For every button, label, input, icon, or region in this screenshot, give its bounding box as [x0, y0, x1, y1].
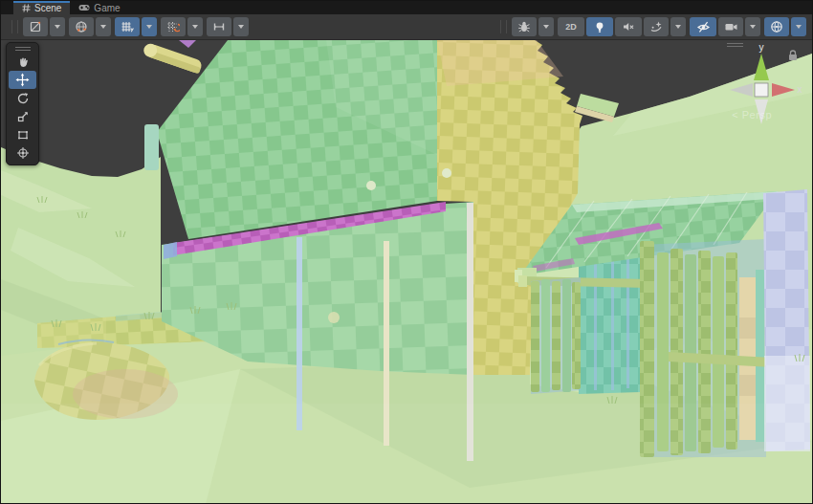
chevron-down-icon [100, 25, 106, 29]
unity-scene-view-window: Scene Game [0, 0, 813, 504]
rect-tool-button[interactable] [9, 125, 36, 143]
wall-knot [442, 168, 451, 178]
camera-settings-dropdown[interactable] [745, 17, 760, 36]
chevron-down-icon [55, 25, 60, 29]
chevron-down-icon [675, 25, 681, 29]
grid-visibility-button[interactable] [115, 17, 140, 36]
scene-visibility-button[interactable] [690, 17, 716, 36]
transform-icon [16, 146, 30, 160]
gizmo-y-axis-cone[interactable] [754, 54, 769, 80]
tab-scene-label: Scene [34, 3, 61, 13]
gizmo-axis-cone[interactable] [730, 83, 753, 97]
scene-lighting-button[interactable] [586, 17, 613, 36]
scene-audio-button[interactable] [615, 17, 642, 36]
scene-viewport[interactable]: y x < Persp [1, 40, 812, 504]
rect-icon [16, 128, 30, 142]
grid-hash-icon [22, 4, 31, 12]
lightbulb-icon [593, 20, 606, 33]
move-snap-dropdown[interactable] [233, 17, 249, 36]
camera-settings-button[interactable] [718, 17, 743, 36]
padlock-icon[interactable] [788, 50, 798, 61]
rendering-debugger-dropdown[interactable] [538, 17, 554, 36]
scale-tool-button[interactable] [9, 107, 36, 125]
grid-visibility-dropdown[interactable] [142, 17, 157, 36]
effects-button[interactable] [644, 17, 669, 36]
chevron-down-icon [192, 25, 198, 29]
chevron-down-icon [796, 25, 802, 29]
toolbar-right-group: 2D [512, 17, 806, 36]
lighting-visualization-button[interactable] [69, 17, 94, 36]
effects-icon [649, 20, 663, 33]
snap-move-icon [212, 20, 226, 33]
gizmo-y-label: y [759, 44, 764, 53]
scene-canvas[interactable] [1, 40, 812, 504]
gizmo-sphere-icon [770, 20, 783, 33]
chevron-down-icon [543, 25, 549, 29]
eye-hidden-icon [696, 20, 711, 33]
sphere-gi-icon [75, 20, 88, 33]
draw-mode-dropdown[interactable] [50, 17, 65, 36]
gizmo-x-label: x [798, 84, 802, 95]
draw-mode-button[interactable] [23, 17, 48, 36]
toolbar-separator [500, 20, 507, 33]
gizmo-x-axis-cone[interactable] [772, 83, 795, 97]
fence-left[interactable] [531, 277, 581, 394]
grid-snap-icon [166, 20, 180, 33]
wall-knot [328, 312, 340, 323]
projection-mode-label[interactable]: < Persp [732, 109, 772, 121]
tab-scene[interactable]: Scene [13, 1, 70, 14]
scene-toolbar: 2D [1, 14, 812, 40]
audio-muted-icon [622, 20, 635, 33]
gizmos-button[interactable] [764, 17, 789, 36]
snap-increment-button[interactable] [161, 17, 186, 36]
tab-game[interactable]: Game [70, 1, 128, 14]
snap-increment-dropdown[interactable] [187, 17, 203, 36]
move-tool-button[interactable] [9, 71, 36, 89]
gamepad-icon [78, 4, 90, 11]
rotate-tool-button[interactable] [9, 89, 36, 107]
camera-icon [724, 20, 738, 33]
hand-icon [16, 55, 30, 69]
toolbar-separator [11, 20, 18, 33]
2d-toggle-button[interactable]: 2D [558, 17, 584, 36]
tab-bar: Scene Game [1, 1, 812, 14]
chevron-down-icon [238, 25, 244, 29]
view-tool-button[interactable] [9, 53, 36, 71]
lighting-visualization-dropdown[interactable] [96, 17, 111, 36]
chevron-down-icon [146, 25, 152, 29]
grid-y-icon [121, 20, 134, 33]
gizmos-dropdown[interactable] [791, 17, 806, 36]
transform-tool-button[interactable] [9, 143, 36, 162]
trim-end-cap [164, 242, 177, 259]
toolbar-left-group [23, 17, 251, 36]
wall-knot [366, 181, 376, 190]
shaded-square-icon [29, 20, 42, 33]
scale-icon [16, 110, 30, 123]
move-icon [15, 73, 30, 87]
support-pole[interactable] [297, 237, 302, 430]
barn-eave-post[interactable] [144, 124, 159, 170]
tools-overlay [6, 42, 39, 165]
overlay-drag-handle[interactable] [7, 45, 38, 53]
rotate-icon [16, 92, 30, 105]
bug-icon [517, 20, 531, 33]
tab-game-label: Game [94, 3, 120, 13]
effects-dropdown[interactable] [670, 17, 686, 36]
chevron-down-icon [750, 25, 756, 29]
gizmo-center-cube[interactable] [755, 83, 768, 97]
fog-overlay [1, 404, 812, 504]
move-snap-button[interactable] [207, 17, 231, 36]
rendering-debugger-button[interactable] [512, 17, 537, 36]
